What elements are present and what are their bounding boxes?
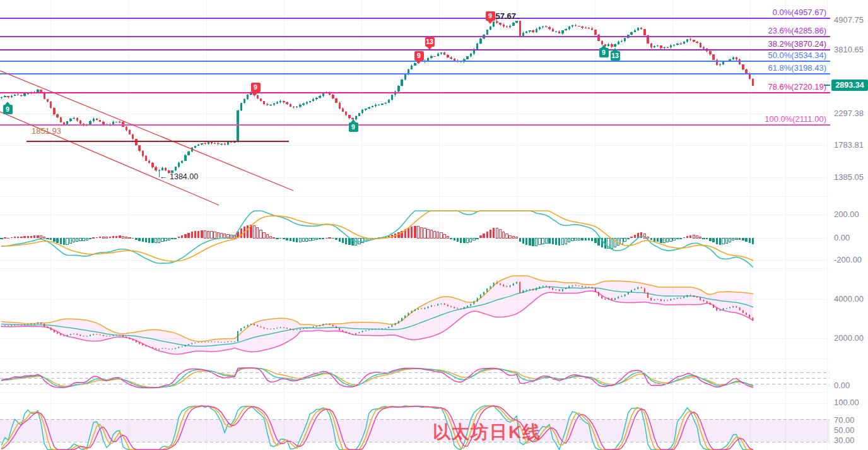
fib-level-label: 100.0%(2111.00)	[765, 114, 826, 124]
macd-lines	[2, 211, 753, 267]
td-count-badge: 9	[486, 11, 495, 21]
y-axis-tick: 4907.75	[834, 15, 864, 25]
td-count-badge: 13	[425, 37, 435, 47]
y-axis-tick: 4000.00	[834, 294, 864, 304]
chart-annotation[interactable]: ← 1384.00	[160, 172, 198, 181]
badge-notch-down	[488, 21, 493, 24]
badge-notch-up	[601, 45, 606, 48]
y-axis-tick: 3810.65	[834, 45, 864, 55]
fib-level-label: 23.6%(4285.86)	[768, 26, 826, 35]
price-badge-tick	[824, 85, 830, 86]
fib-level-label: 38.2%(3870.24)	[768, 39, 826, 49]
badge-notch-down	[427, 47, 432, 50]
fib-level-label: 78.6%(2720.19)	[768, 82, 826, 92]
td-count-badge: 9	[414, 51, 424, 61]
chart-annotation[interactable]: 1851.93	[32, 126, 61, 136]
y-axis-tick: 1783.81	[834, 140, 864, 150]
trend-drawings	[0, 71, 293, 205]
y-axis-tick: 50.00	[834, 425, 855, 435]
current-price-badge: 2893.34	[831, 80, 868, 91]
fib-level-label: 0.0%(4957.67)	[773, 8, 826, 17]
y-axis-tick: 0.00	[834, 381, 850, 391]
fibonacci-lines	[0, 18, 830, 125]
y-axis-tick: -200.00	[834, 255, 862, 265]
y-axis-tick: 2297.38	[834, 109, 864, 119]
td-count-badge: 13	[611, 51, 620, 61]
td-count-badge: 9	[599, 48, 609, 57]
badge-notch-down	[416, 61, 421, 64]
badge-notch-up	[351, 119, 356, 122]
fib-level-label: 50.0%(3534.34)	[768, 50, 826, 60]
chart-annotation[interactable]: →	[513, 13, 521, 21]
td-count-badge: 9	[349, 122, 358, 132]
watermark-text: 以太坊日K线	[433, 420, 541, 444]
y-axis-tick: 0.00	[834, 233, 850, 243]
fib-level-label: 61.8%(3198.43)	[768, 63, 826, 73]
y-axis-tick: 2000.00	[834, 333, 864, 343]
y-axis-tick: 1385.05	[834, 172, 864, 182]
td-count-badge: 9	[251, 83, 261, 92]
badge-notch-down	[253, 92, 258, 95]
badge-notch-up	[5, 102, 10, 105]
y-axis-tick: 70.00	[834, 415, 855, 425]
y-axis-tick: 100.00	[834, 398, 859, 408]
td-count-badge: 9	[3, 105, 13, 114]
chart-canvas[interactable]	[0, 0, 868, 450]
y-axis-tick: 200.00	[834, 210, 859, 220]
bollinger-band-fill	[2, 276, 753, 354]
badge-notch-up	[613, 48, 618, 51]
trading-chart[interactable]: 以太坊日K线 4907.753810.652297.381783.811385.…	[0, 0, 868, 450]
y-axis-tick: 30.00	[834, 435, 855, 446]
price-candles	[1, 19, 754, 177]
